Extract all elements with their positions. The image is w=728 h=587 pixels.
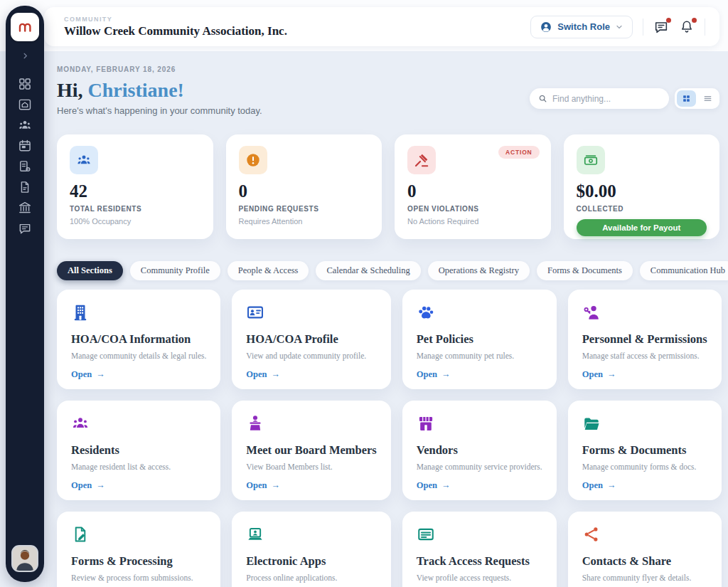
- card-description: Process online applications.: [246, 573, 376, 582]
- open-link[interactable]: Open →: [71, 369, 206, 380]
- stat-card-pending-requests[interactable]: 0 PENDING REQUESTS Requires Attention: [226, 134, 382, 239]
- switch-role-label: Switch Role: [557, 21, 610, 32]
- card-title: Personnel & Permissions: [582, 332, 707, 347]
- list-view-button[interactable]: [698, 90, 717, 107]
- stat-card-open-violations[interactable]: ACTION 0 OPEN VIOLATIONS No Actions Requ…: [395, 134, 551, 239]
- card-title: Forms & Processing: [71, 554, 206, 569]
- header: COMMUNITY Willow Creek Community Associa…: [44, 7, 719, 46]
- card-title: Contacts & Share: [582, 554, 707, 569]
- open-link[interactable]: Open →: [417, 480, 542, 491]
- tab-all-sections[interactable]: All Sections: [57, 261, 123, 280]
- greeting-hi: Hi,: [57, 79, 83, 101]
- open-label: Open: [417, 369, 437, 380]
- tab-communication-hub[interactable]: Communication Hub: [640, 261, 728, 280]
- open-link[interactable]: Open →: [246, 480, 376, 491]
- tab-forms-documents[interactable]: Forms & Documents: [537, 261, 633, 280]
- user-circle-icon: [540, 21, 552, 33]
- date-line: MONDAY, FEBRUARY 18, 2026: [57, 65, 719, 73]
- sidebar-expand-button[interactable]: [19, 50, 31, 61]
- header-actions: Switch Role: [530, 16, 705, 38]
- open-label: Open: [417, 480, 437, 491]
- arrow-right-icon: →: [607, 480, 616, 491]
- view-toggle: [675, 88, 719, 109]
- search-box: [530, 88, 669, 109]
- stat-card-collected[interactable]: $0.00 COLLECTED Available for Payout: [564, 134, 720, 239]
- card-pet-policies[interactable]: Pet Policies Manage community pet rules.…: [402, 290, 557, 389]
- card-board-members[interactable]: Meet our Board Members View Board Member…: [232, 401, 390, 500]
- card-track-access-requests[interactable]: Track Access Requests View profile acces…: [402, 512, 557, 587]
- tab-calendar-scheduling[interactable]: Calendar & Scheduling: [316, 261, 420, 280]
- available-for-payout-button[interactable]: Available for Payout: [577, 219, 707, 236]
- stat-card-total-residents[interactable]: 42 TOTAL RESIDENTS 100% Occupancy: [57, 134, 213, 239]
- divider: [705, 18, 705, 36]
- avatar-image: [13, 546, 37, 571]
- main-content: MONDAY, FEBRUARY 18, 2026 Hi, Christiane…: [57, 51, 719, 587]
- card-hoa-coa-information[interactable]: HOA/COA Information Manage community det…: [57, 290, 220, 389]
- app-logo[interactable]: [11, 13, 39, 41]
- divider: [643, 18, 643, 36]
- stat-label: OPEN VIOLATIONS: [407, 205, 538, 213]
- open-link[interactable]: Open →: [582, 369, 707, 380]
- messages-icon: [18, 221, 32, 236]
- card-description: Share community flyer & details.: [582, 573, 707, 582]
- card-vendors[interactable]: Vendors Manage community service provide…: [402, 401, 557, 500]
- arrow-right-icon: →: [96, 369, 105, 380]
- sidebar-item-messages[interactable]: [13, 221, 37, 236]
- card-title: Electronic Apps: [246, 554, 376, 569]
- switch-role-button[interactable]: Switch Role: [530, 16, 633, 38]
- share-icon: [582, 525, 707, 544]
- stat-label: PENDING REQUESTS: [239, 205, 370, 213]
- tab-community-profile[interactable]: Community Profile: [130, 261, 220, 280]
- user-avatar[interactable]: [11, 545, 38, 572]
- sidebar-item-people[interactable]: [13, 118, 37, 132]
- stat-sub: Requires Attention: [239, 217, 370, 226]
- notifications-button[interactable]: [679, 19, 695, 35]
- building-icon: [71, 303, 206, 322]
- paw-icon: [417, 303, 542, 322]
- open-label: Open: [582, 480, 603, 491]
- open-link[interactable]: Open →: [71, 480, 206, 491]
- card-forms-documents[interactable]: Forms & Documents Manage community forms…: [568, 401, 722, 500]
- document-icon: [18, 180, 32, 194]
- card-residents[interactable]: Residents Manage resident list & access.…: [57, 401, 220, 500]
- bell-notification-dot: [692, 18, 697, 23]
- sidebar-item-registry[interactable]: [13, 159, 37, 174]
- card-title: HOA/COA Profile: [246, 332, 376, 347]
- card-title: Residents: [71, 443, 206, 458]
- card-title: Vendors: [417, 443, 542, 458]
- people-icon: [18, 118, 32, 132]
- stat-value: 0: [407, 181, 538, 201]
- chat-button[interactable]: [653, 19, 669, 35]
- arrow-right-icon: →: [96, 480, 105, 491]
- alert-icon: [239, 146, 267, 174]
- greeting-name: Christiane!: [88, 79, 184, 101]
- people-group-icon: [71, 414, 206, 433]
- card-forms-processing[interactable]: Forms & Processing Review & process form…: [57, 512, 220, 587]
- card-title: Forms & Documents: [582, 443, 707, 458]
- card-description: Manage community details & legal rules.: [71, 351, 206, 360]
- community-name: Willow Creek Community Association, Inc.: [64, 24, 287, 38]
- folder-open-icon: [582, 414, 707, 433]
- tab-people-access[interactable]: People & Access: [228, 261, 309, 280]
- sidebar-item-documents[interactable]: [13, 180, 37, 194]
- tab-operations-registry[interactable]: Operations & Registry: [428, 261, 530, 280]
- card-contacts-share[interactable]: Contacts & Share Share community flyer &…: [568, 512, 722, 587]
- sidebar-item-calendar[interactable]: [13, 139, 37, 153]
- grid-view-button[interactable]: [677, 90, 696, 107]
- sidebar-item-dashboard[interactable]: [13, 77, 37, 91]
- arrow-right-icon: →: [272, 369, 281, 380]
- chevron-down-icon: [615, 23, 623, 31]
- open-link[interactable]: Open →: [582, 480, 707, 491]
- card-title: Track Access Requests: [417, 554, 542, 569]
- card-personnel-permissions[interactable]: Personnel & Permissions Manage staff acc…: [568, 290, 722, 389]
- open-link[interactable]: Open →: [417, 369, 542, 380]
- search-icon: [538, 94, 547, 103]
- sidebar-item-financials[interactable]: [13, 201, 37, 215]
- open-link[interactable]: Open →: [246, 369, 376, 380]
- card-hoa-coa-profile[interactable]: HOA/COA Profile View and update communit…: [232, 290, 390, 389]
- sidebar-item-property[interactable]: [13, 97, 37, 112]
- search-input[interactable]: [552, 94, 660, 104]
- stat-label: TOTAL RESIDENTS: [70, 205, 200, 213]
- card-electronic-apps[interactable]: Electronic Apps Process online applicati…: [232, 512, 390, 587]
- arrow-right-icon: →: [441, 369, 451, 380]
